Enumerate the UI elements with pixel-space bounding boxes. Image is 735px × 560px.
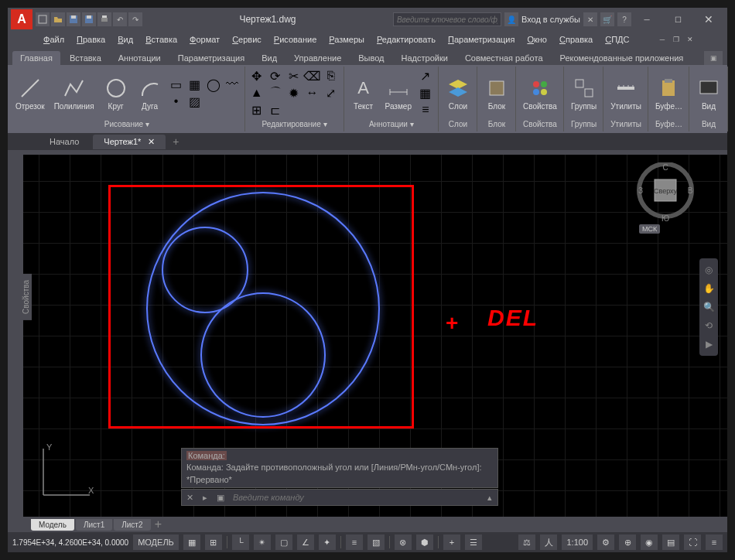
ribbon-tab-output[interactable]: Вывод	[350, 51, 391, 65]
mdi-minimize[interactable]: ─	[656, 34, 668, 45]
sb-scale[interactable]: 1:100	[562, 534, 593, 550]
cmd-close-icon[interactable]: ✕	[182, 490, 197, 504]
sb-autoscale-icon[interactable]: ⊕	[619, 534, 636, 550]
sb-grid-icon[interactable]: ▦	[183, 534, 200, 550]
sb-dyninput-icon[interactable]: +	[443, 534, 460, 550]
menu-insert[interactable]: Вставка	[141, 33, 182, 46]
qat-save-icon[interactable]	[67, 12, 80, 26]
close-button[interactable]: ✕	[693, 9, 724, 30]
explode-icon[interactable]: ✹	[286, 85, 302, 101]
table-icon[interactable]: ▦	[418, 85, 433, 101]
exchange-icon[interactable]: ✕	[583, 12, 597, 26]
properties-palette-tab[interactable]: Свойства	[20, 274, 32, 320]
maximize-button[interactable]: ☐	[662, 9, 693, 30]
sb-isolate-icon[interactable]: ▤	[662, 534, 679, 550]
menu-dimension[interactable]: Размеры	[324, 33, 369, 46]
sb-osnap-icon[interactable]: ▢	[275, 534, 292, 550]
sb-annoviz-icon[interactable]: 人	[540, 534, 557, 550]
command-input[interactable]	[228, 493, 482, 502]
file-tab-drawing[interactable]: Чертеж1* ✕	[93, 135, 166, 149]
cmd-recent-icon[interactable]: ▸	[197, 490, 213, 504]
menu-format[interactable]: Формат	[185, 33, 224, 46]
nav-pan-icon[interactable]: ✋	[702, 282, 716, 295]
ribbon-tab-view[interactable]: Вид	[254, 51, 285, 65]
layout-tab-sheet1[interactable]: Лист1	[76, 519, 112, 531]
mdi-restore[interactable]: ❐	[670, 34, 682, 45]
signin-icon[interactable]: 👤	[504, 12, 518, 26]
file-tab-close-icon[interactable]: ✕	[148, 137, 155, 146]
sb-model-button[interactable]: МОДЕЛЬ	[133, 534, 179, 550]
fillet-icon[interactable]: ⌒	[268, 85, 283, 101]
mdi-close[interactable]: ✕	[684, 34, 696, 45]
file-tab-add[interactable]: +	[169, 135, 183, 149]
app-logo[interactable]: A	[11, 9, 32, 29]
layout-tab-model[interactable]: Модель	[31, 519, 74, 531]
menu-tools[interactable]: Сервис	[227, 33, 266, 46]
arc-button[interactable]: Дуга	[135, 74, 166, 112]
dimension-button[interactable]: Размер	[382, 74, 415, 112]
viewcube[interactable]: Сверху С Ю З В МСК	[634, 162, 696, 224]
menu-parametric[interactable]: Параметризация	[443, 33, 519, 46]
ribbon-expand-icon[interactable]: ▣	[704, 51, 723, 65]
wcs-label[interactable]: МСК	[639, 224, 660, 234]
qat-print-icon[interactable]	[97, 12, 111, 26]
menu-modify[interactable]: Редактировать	[372, 33, 440, 46]
sb-polar-icon[interactable]: ✴	[254, 534, 271, 550]
sb-workspace-icon[interactable]: ⚙	[597, 534, 614, 550]
app-store-icon[interactable]: 🛒	[600, 12, 614, 26]
file-tab-start[interactable]: Начало	[39, 135, 90, 149]
search-input[interactable]	[393, 12, 501, 26]
ribbon-tab-addins[interactable]: Надстройки	[394, 51, 456, 65]
qat-open-icon[interactable]	[51, 12, 65, 26]
copy-icon[interactable]: ⎘	[323, 68, 339, 84]
sb-hardware-icon[interactable]: ◉	[641, 534, 658, 550]
layers-button[interactable]: Слои	[443, 74, 473, 112]
ribbon-tab-home[interactable]: Главная	[12, 51, 60, 65]
minimize-button[interactable]: ─	[631, 9, 662, 30]
props-button[interactable]: Свойства	[520, 74, 560, 112]
view-button[interactable]: Вид	[693, 74, 724, 112]
draw-region-icon[interactable]: ▨	[187, 94, 203, 109]
menu-help[interactable]: Справка	[555, 33, 597, 46]
menu-edit[interactable]: Правка	[72, 33, 110, 46]
leader-icon[interactable]: ↗	[418, 68, 433, 84]
sb-annoscale-icon[interactable]: ⚖	[518, 534, 535, 550]
draw-hatch-icon[interactable]: ▦	[187, 77, 203, 92]
draw-spline-icon[interactable]: 〰	[224, 77, 240, 92]
utils-button[interactable]: Утилиты	[607, 74, 644, 112]
sb-quickprops-icon[interactable]: ☰	[465, 534, 482, 550]
sb-transparency-icon[interactable]: ▧	[368, 534, 385, 550]
erase-icon[interactable]: ⌫	[305, 68, 320, 84]
menu-file[interactable]: Файл	[39, 33, 69, 46]
ribbon-tab-manage[interactable]: Управление	[286, 51, 349, 65]
ribbon-tab-featured[interactable]: Рекомендованные приложения	[552, 51, 692, 65]
help-icon[interactable]: ?	[617, 12, 631, 26]
qat-undo-icon[interactable]: ↶	[113, 12, 127, 26]
draw-point-icon[interactable]: •	[169, 94, 184, 109]
layout-tab-add[interactable]: +	[152, 519, 165, 530]
signin-link[interactable]: Вход в службы	[521, 15, 580, 24]
ribbon-tab-insert[interactable]: Вставка	[62, 51, 109, 65]
menu-window[interactable]: Окно	[522, 33, 552, 46]
draw-rect-icon[interactable]: ▭	[169, 77, 184, 92]
stretch-icon[interactable]: ↔	[305, 85, 320, 101]
sb-ortho-icon[interactable]: └	[232, 534, 249, 550]
sb-3dsnap-icon[interactable]: ⬢	[416, 534, 433, 550]
sb-snap-icon[interactable]: ⊞	[205, 534, 222, 550]
nav-orbit-icon[interactable]: ⟲	[702, 319, 716, 333]
sb-lineweight-icon[interactable]: ≡	[346, 534, 363, 550]
sb-otrack-icon[interactable]: ∠	[297, 534, 314, 550]
clipboard-button[interactable]: Буфе…	[652, 74, 685, 112]
menu-view[interactable]: Вид	[113, 33, 138, 46]
text-button[interactable]: AТекст	[348, 74, 379, 112]
ribbon-tab-annotate[interactable]: Аннотации	[111, 51, 169, 65]
array-icon[interactable]: ⊞	[249, 102, 265, 118]
mtext-icon[interactable]: ≡	[418, 102, 433, 118]
sb-customize-icon[interactable]: ≡	[706, 534, 723, 550]
mirror-icon[interactable]: ▲	[249, 85, 265, 101]
qat-new-icon[interactable]	[36, 12, 50, 26]
sb-cleanscreen-icon[interactable]: ⛶	[684, 534, 701, 550]
sb-cycling-icon[interactable]: ⊗	[395, 534, 412, 550]
line-button[interactable]: Отрезок	[12, 74, 48, 112]
offset-icon[interactable]: ⊏	[268, 102, 283, 118]
